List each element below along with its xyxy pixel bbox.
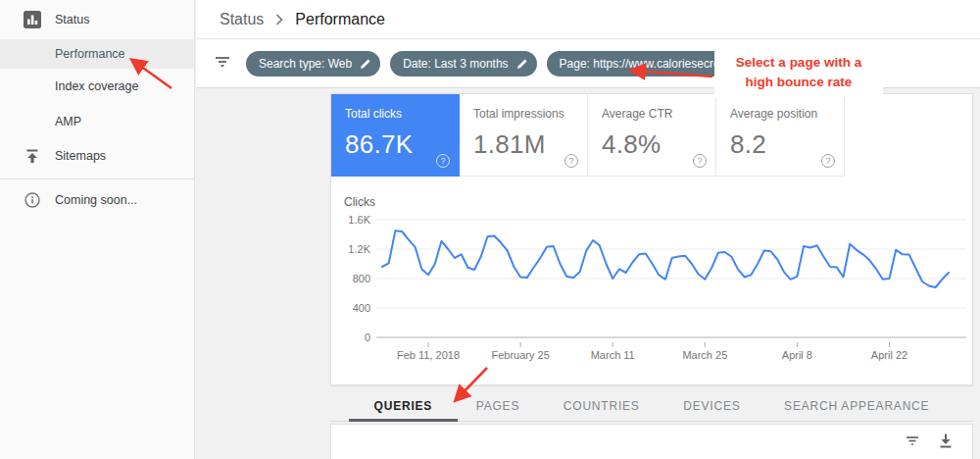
- metric-tiles: Total clicks 86.7K Total impressions 1.8…: [331, 94, 972, 177]
- tab-queries[interactable]: QUERIES: [374, 390, 433, 421]
- svg-text:400: 400: [353, 302, 370, 314]
- annotation-line-2: high bounce rate: [714, 73, 883, 92]
- sidebar-item-coming-soon[interactable]: Coming soon...: [0, 180, 194, 220]
- svg-text:Clicks: Clicks: [344, 195, 375, 209]
- svg-text:March 11: March 11: [591, 349, 635, 361]
- tab-devices[interactable]: DEVICES: [683, 390, 740, 421]
- metric-tile-total-clicks[interactable]: Total clicks 86.7K: [331, 94, 460, 177]
- chip-label: Search type: Web: [259, 57, 352, 71]
- content-area: Total clicks 86.7K Total impressions 1.8…: [196, 89, 980, 459]
- svg-text:March 25: March 25: [682, 349, 727, 361]
- sidebar-item-status[interactable]: Status: [0, 0, 194, 39]
- svg-text:0: 0: [365, 332, 370, 343]
- help-icon[interactable]: [436, 154, 450, 168]
- help-icon[interactable]: [564, 154, 578, 168]
- metric-tile-average-position[interactable]: Average position 8.2: [716, 94, 845, 177]
- edit-pencil-icon[interactable]: [360, 58, 371, 70]
- info-icon: [24, 191, 41, 209]
- sidebar-item-label: Performance: [55, 47, 125, 61]
- sidebar-item-label: Status: [55, 13, 89, 26]
- metric-label: Average CTR: [602, 107, 715, 121]
- sidebar-item-label: AMP: [55, 115, 81, 128]
- performance-chart-card: Total clicks 86.7K Total impressions 1.8…: [330, 93, 973, 385]
- metric-label: Average position: [730, 107, 844, 121]
- svg-text:February 25: February 25: [491, 349, 549, 361]
- help-icon[interactable]: [821, 154, 835, 168]
- bar-chart-icon: [24, 11, 41, 28]
- sidebar-item-label: Sitemaps: [55, 149, 106, 163]
- chip-search-type[interactable]: Search type: Web: [246, 51, 380, 76]
- svg-text:April 8: April 8: [782, 349, 812, 361]
- breadcrumb-status-link[interactable]: Status: [220, 11, 264, 28]
- clicks-chart-svg: 04008001.2K1.6KClicksFeb 11, 2018Februar…: [331, 177, 972, 386]
- sidebar-item-label: Index coverage: [55, 79, 138, 93]
- sidebar-item-label: Coming soon...: [55, 193, 137, 207]
- filter-rows-icon[interactable]: [904, 432, 921, 453]
- svg-text:1.6K: 1.6K: [348, 214, 370, 226]
- metric-tile-average-ctr[interactable]: Average CTR 4.8%: [588, 94, 716, 177]
- download-icon[interactable]: [937, 432, 955, 453]
- chip-label: Page: https://www.caloriesecrets...: [560, 57, 739, 71]
- edit-pencil-icon[interactable]: [516, 58, 528, 70]
- sidebar-divider: [0, 178, 194, 179]
- sidebar: Status Performance Index coverage AMP Si…: [0, 0, 195, 459]
- sidebar-item-sitemaps[interactable]: Sitemaps: [0, 139, 194, 173]
- tab-search-appearance[interactable]: SEARCH APPEARANCE: [784, 390, 929, 421]
- sidebar-item-performance[interactable]: Performance: [0, 39, 194, 69]
- search-console-window: Status Performance Index coverage AMP Si…: [0, 0, 980, 459]
- clicks-line-chart: 04008001.2K1.6KClicksFeb 11, 2018Februar…: [331, 177, 972, 386]
- metric-tile-total-impressions[interactable]: Total impressions 1.81M: [460, 94, 588, 177]
- filter-list-icon[interactable]: [213, 52, 232, 76]
- queries-table-header: [330, 424, 973, 459]
- metric-label: Total clicks: [345, 107, 459, 121]
- chip-date-range[interactable]: Date: Last 3 months: [390, 51, 536, 76]
- annotation-line-1: Select a page with a: [714, 53, 883, 73]
- sidebar-item-amp[interactable]: AMP: [0, 104, 194, 139]
- metric-label: Total impressions: [473, 107, 587, 121]
- svg-text:1.2K: 1.2K: [348, 243, 370, 255]
- upload-icon: [24, 147, 41, 165]
- breadcrumb: Status Performance: [196, 0, 980, 39]
- help-icon[interactable]: [693, 154, 707, 168]
- chevron-right-icon: [275, 14, 283, 26]
- chip-label: Date: Last 3 months: [403, 57, 508, 71]
- dimension-tabs: QUERIES PAGES COUNTRIES DEVICES SEARCH A…: [330, 390, 973, 422]
- sidebar-item-index-coverage[interactable]: Index coverage: [0, 69, 194, 104]
- svg-text:800: 800: [353, 273, 370, 284]
- page-title: Performance: [295, 11, 385, 28]
- tab-countries[interactable]: COUNTRIES: [564, 390, 640, 421]
- tab-pages[interactable]: PAGES: [476, 390, 519, 421]
- svg-text:April 22: April 22: [871, 349, 907, 361]
- annotation-note: Select a page with a high bounce rate: [714, 49, 883, 97]
- svg-text:Feb 11, 2018: Feb 11, 2018: [397, 349, 460, 361]
